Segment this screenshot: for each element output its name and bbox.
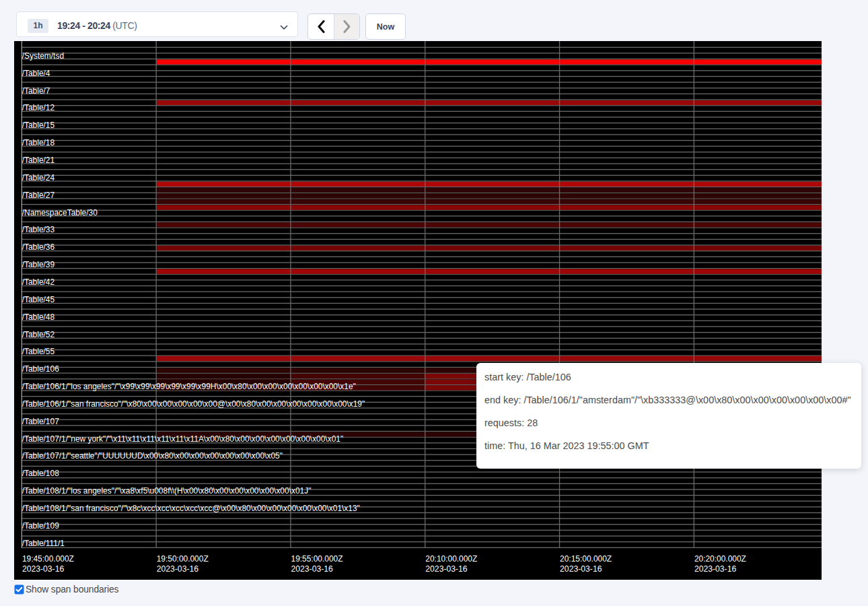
svg-text:/Table/45: /Table/45: [22, 295, 55, 304]
svg-text:19:45:00.000Z: 19:45:00.000Z: [22, 554, 74, 564]
svg-text:/Table/21: /Table/21: [22, 156, 55, 165]
svg-text:/Table/33: /Table/33: [22, 225, 55, 234]
svg-text:/Table/109: /Table/109: [22, 521, 59, 531]
svg-text:/Table/106/1/"san francisco"/": /Table/106/1/"san francisco"/"\x80\x00\x…: [22, 399, 365, 409]
svg-text:/Table/27: /Table/27: [22, 191, 55, 200]
svg-text:/NamespaceTable/30: /NamespaceTable/30: [22, 208, 98, 217]
svg-text:20:20:00.000Z: 20:20:00.000Z: [694, 554, 746, 564]
svg-text:/Table/108/1/"los angeles"/"\x: /Table/108/1/"los angeles"/"\xa8\xf5\u00…: [22, 486, 312, 496]
svg-text:2023-03-16: 2023-03-16: [694, 564, 737, 574]
svg-text:/Table/12: /Table/12: [22, 103, 55, 112]
svg-text:/Table/108/1/"san francisco"/": /Table/108/1/"san francisco"/"\x8c\xcc\x…: [22, 504, 360, 513]
svg-text:19:50:00.000Z: 19:50:00.000Z: [157, 554, 209, 564]
svg-text:/System/tsd: /System/tsd: [22, 51, 64, 61]
svg-text:/Table/106: /Table/106: [22, 364, 59, 374]
svg-text:/Table/55: /Table/55: [22, 347, 55, 356]
svg-text:/Table/108: /Table/108: [22, 469, 59, 478]
svg-text:/Table/48: /Table/48: [22, 312, 55, 322]
svg-text:/Table/111/1: /Table/111/1: [22, 539, 65, 548]
svg-text:2023-03-16: 2023-03-16: [560, 564, 602, 574]
svg-text:/Table/15: /Table/15: [22, 121, 55, 130]
svg-text:/Table/7: /Table/7: [22, 86, 50, 96]
svg-text:20:15:00.000Z: 20:15:00.000Z: [560, 554, 612, 564]
svg-text:/Table/4: /Table/4: [22, 69, 50, 78]
svg-text:/Table/18: /Table/18: [22, 138, 55, 147]
svg-text:/Table/107: /Table/107: [22, 417, 59, 426]
svg-text:/Table/107/1/"new york"/"\x11\: /Table/107/1/"new york"/"\x11\x11\x11\x1…: [22, 434, 344, 444]
svg-text:/Table/39: /Table/39: [22, 260, 55, 269]
svg-text:2023-03-16: 2023-03-16: [22, 564, 65, 574]
svg-text:20:10:00.000Z: 20:10:00.000Z: [425, 554, 477, 564]
svg-text:2023-03-16: 2023-03-16: [157, 564, 199, 574]
svg-text:/Table/36: /Table/36: [22, 242, 55, 252]
svg-text:/Table/106/1/"los angeles"/"\x: /Table/106/1/"los angeles"/"\x99\x99\x99…: [22, 382, 356, 391]
svg-text:/Table/42: /Table/42: [22, 277, 55, 287]
svg-text:/Table/52: /Table/52: [22, 330, 55, 339]
svg-text:/Table/24: /Table/24: [22, 173, 55, 182]
svg-text:19:55:00.000Z: 19:55:00.000Z: [291, 554, 343, 564]
svg-text:2023-03-16: 2023-03-16: [425, 564, 468, 574]
svg-text:/Table/107/1/"seattle"/"UUUUUU: /Table/107/1/"seattle"/"UUUUUUD\x00\x80\…: [22, 451, 283, 461]
svg-text:2023-03-16: 2023-03-16: [291, 564, 334, 574]
